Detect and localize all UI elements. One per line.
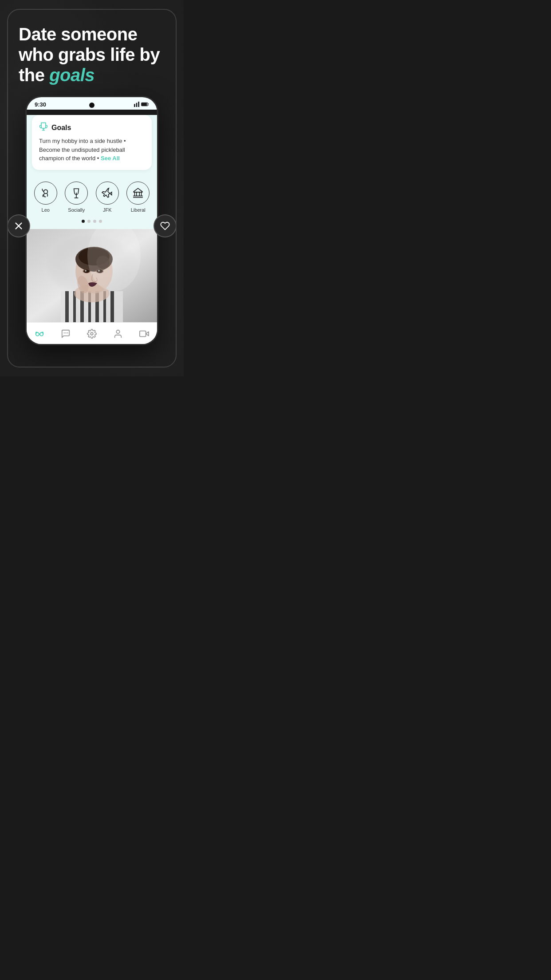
goals-card: Goals Turn my hobby into a side hustle •… xyxy=(32,115,152,170)
phone-screen: Goals Turn my hobby into a side hustle •… xyxy=(27,115,157,344)
svg-marker-3 xyxy=(136,103,138,107)
socially-label: Socially xyxy=(68,207,85,213)
phone-mockup: 9:30 xyxy=(25,96,158,345)
like-button[interactable] xyxy=(153,214,177,237)
goals-header: Goals xyxy=(39,122,145,133)
page-bottom xyxy=(8,356,176,367)
nav-profile[interactable] xyxy=(108,327,128,340)
svg-point-29 xyxy=(85,270,87,272)
nav-video[interactable] xyxy=(134,327,154,340)
svg-point-34 xyxy=(40,332,43,336)
dot-2 xyxy=(87,220,91,223)
outer-frame: Date someone who grabs life by the goals xyxy=(7,9,177,368)
messages-icon xyxy=(61,329,71,339)
dot-4 xyxy=(99,220,102,223)
dot-1 xyxy=(82,220,85,223)
profile-icon xyxy=(113,329,123,339)
svg-point-36 xyxy=(116,330,119,333)
goals-title: Goals xyxy=(51,124,71,132)
dot-3 xyxy=(93,220,96,223)
leo-icon-circle xyxy=(34,182,57,205)
leo-label: Leo xyxy=(42,207,50,213)
signal-icon xyxy=(132,102,139,107)
svg-point-35 xyxy=(91,332,93,335)
tag-liberal: Liberal xyxy=(126,182,150,213)
svg-rect-19 xyxy=(110,291,114,322)
page-wrapper: Date someone who grabs life by the goals xyxy=(0,0,184,376)
headline-section: Date someone who grabs life by the goals xyxy=(8,10,176,96)
video-icon xyxy=(139,329,149,339)
see-all-link[interactable]: See All xyxy=(101,155,120,162)
nav-discover[interactable] xyxy=(29,327,50,340)
dislike-button[interactable] xyxy=(7,214,30,237)
profile-photo xyxy=(27,229,157,322)
nav-messages[interactable] xyxy=(55,327,76,340)
headline-line2: who grabs life by xyxy=(19,45,160,64)
phone-container: 9:30 xyxy=(8,96,176,356)
liberal-label: Liberal xyxy=(131,207,146,213)
svg-point-9 xyxy=(43,190,47,194)
leo-icon xyxy=(40,187,51,199)
battery-icon xyxy=(141,102,149,107)
tag-socially: Socially xyxy=(65,182,88,213)
camera-notch xyxy=(89,103,94,108)
plane-icon xyxy=(102,187,113,199)
jfk-icon-circle xyxy=(96,182,119,205)
headline-line1: Date someone xyxy=(19,24,137,44)
svg-rect-38 xyxy=(139,331,146,336)
profile-photo-svg xyxy=(27,229,157,322)
svg-rect-8 xyxy=(142,103,147,106)
svg-marker-2 xyxy=(138,102,139,107)
wine-icon xyxy=(71,187,82,199)
socially-icon-circle xyxy=(65,182,88,205)
heart-icon xyxy=(160,221,170,231)
icons-row: Leo Socially xyxy=(27,175,157,216)
nav-settings[interactable] xyxy=(82,327,102,340)
bank-icon xyxy=(132,187,144,199)
svg-marker-4 xyxy=(134,104,135,107)
liberal-icon-circle xyxy=(126,182,150,205)
dots-row xyxy=(27,216,157,229)
svg-point-27 xyxy=(83,269,90,273)
status-time: 9:30 xyxy=(35,101,46,108)
trophy-icon xyxy=(39,122,48,133)
x-icon xyxy=(14,221,24,231)
goals-text: Turn my hobby into a side hustle • Becom… xyxy=(39,137,145,163)
svg-marker-37 xyxy=(146,332,148,336)
bottom-nav xyxy=(27,322,157,344)
tag-jfk: JFK xyxy=(96,182,119,213)
headline-text: Date someone who grabs life by the goals xyxy=(19,24,165,85)
status-icons xyxy=(132,102,149,107)
jfk-label: JFK xyxy=(103,207,112,213)
settings-icon xyxy=(87,329,97,339)
tag-leo: Leo xyxy=(34,182,57,213)
discover-icon xyxy=(35,329,44,339)
headline-accent: goals xyxy=(49,65,94,85)
headline-line3-normal: the xyxy=(19,65,49,85)
svg-rect-13 xyxy=(65,291,69,322)
svg-point-33 xyxy=(36,332,39,336)
